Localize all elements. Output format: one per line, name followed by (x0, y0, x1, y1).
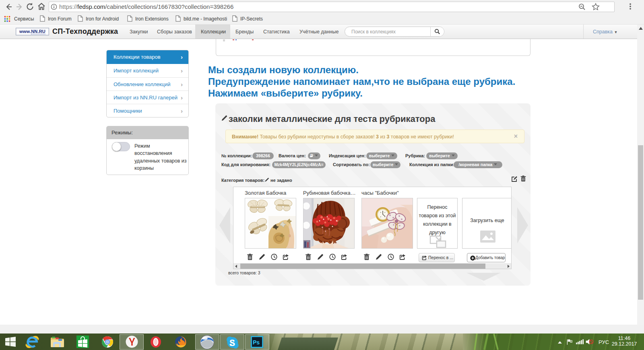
svg-text:Ps: Ps (253, 339, 260, 346)
